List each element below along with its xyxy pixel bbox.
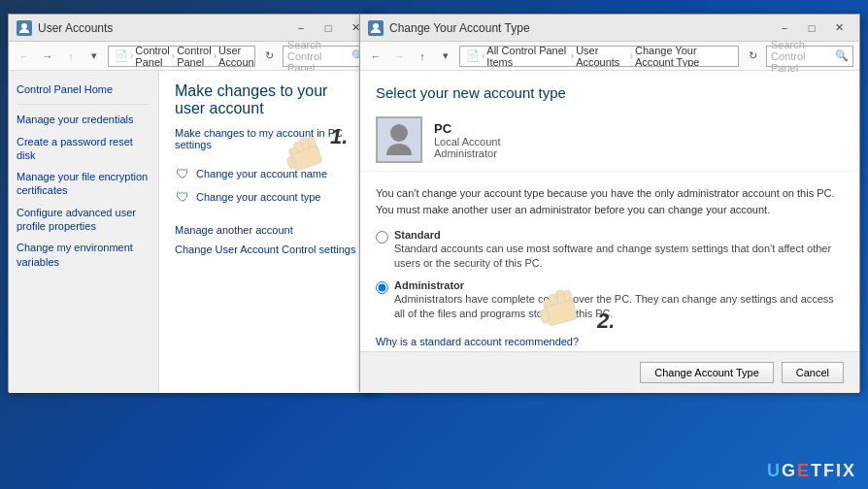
recent-btn-2[interactable]: ▾ (436, 47, 455, 66)
account-type-label: Local Account (434, 136, 501, 147)
search-box-2[interactable]: Search Control Panel 🔍 (766, 46, 853, 67)
button-row: Change Account Type Cancel (360, 351, 859, 393)
sidebar-item-encryption[interactable]: Manage your file encryption certificates (17, 170, 150, 198)
admin-radio-row: Administrator Administrators have comple… (376, 279, 844, 322)
watermark: UGETFIX (767, 461, 856, 481)
window-controls-2: − □ ✕ (772, 18, 851, 38)
address-field-1[interactable]: 📄 › Control Panel › All Control Panel It… (108, 46, 255, 67)
address-field-2[interactable]: 📄 › All Control Panel Items › User Accou… (459, 46, 739, 67)
change-name-link[interactable]: Change your account name (196, 168, 327, 179)
standard-desc: Standard accounts can use most software … (394, 242, 844, 272)
desktop: User Accounts − □ ✕ ← → ↑ ▾ 📄 › Control … (0, 0, 868, 489)
window2-content: Select your new account type PC Local Ac… (360, 71, 859, 393)
user-accounts-window: User Accounts − □ ✕ ← → ↑ ▾ 📄 › Control … (8, 14, 377, 392)
manage-another-link[interactable]: Manage another account (175, 224, 293, 236)
sidebar-item-password-disk[interactable]: Create a password reset disk (17, 135, 150, 163)
window-title-1: User Accounts (38, 21, 288, 35)
avatar (376, 116, 422, 163)
up-btn-2[interactable]: ↑ (413, 47, 432, 66)
forward-btn-2[interactable]: → (389, 47, 409, 66)
admin-label: Administrator (394, 279, 844, 291)
search-icon-2: 🔍 (835, 49, 849, 62)
standard-radio-content: Standard Standard accounts can use most … (394, 229, 844, 272)
sidebar-divider-1 (17, 104, 150, 105)
change-account-type-window: Change Your Account Type − □ ✕ ← → ↑ ▾ 📄… (359, 14, 860, 392)
account-warning: You can't change your account type becau… (360, 179, 859, 223)
panel-title-1: Make changes to your user account (175, 82, 360, 117)
pc-settings-link[interactable]: Make changes to my account in PC setting… (175, 127, 360, 150)
shield-icon-2: 🛡 (175, 189, 190, 205)
forward-btn-1[interactable]: → (38, 47, 57, 66)
account-name: PC (434, 121, 501, 136)
action-change-type: 🛡 Change your account type (175, 189, 360, 205)
standard-radio[interactable] (376, 231, 388, 244)
back-btn-1[interactable]: ← (15, 47, 34, 66)
refresh-btn-1[interactable]: ↻ (259, 47, 279, 66)
refresh-btn-2[interactable]: ↻ (743, 47, 762, 66)
shield-icon-1: 🛡 (175, 166, 190, 181)
window-icon-2 (368, 20, 384, 36)
svg-point-8 (390, 124, 408, 142)
breadcrumb-icon-1: 📄 (115, 49, 128, 62)
uac-settings-link[interactable]: Change User Account Control settings (175, 244, 356, 255)
search-placeholder-1: Search Control Panel (287, 39, 351, 74)
recent-btn-1[interactable]: ▾ (84, 47, 104, 66)
maximize-btn-1[interactable]: □ (316, 18, 341, 38)
sidebar-item-cp-home[interactable]: Control Panel Home (17, 82, 150, 96)
action-change-name: 🛡 Change your account name (175, 166, 360, 181)
change-type-link[interactable]: Change your account type (196, 191, 320, 203)
account-info-row: PC Local Account Administrator (360, 109, 859, 172)
standard-label: Standard (394, 229, 844, 241)
breadcrumb-1: 📄 › Control Panel › All Control Panel It… (115, 46, 255, 67)
standard-radio-row: Standard Standard accounts can use most … (376, 229, 844, 272)
sidebar-item-credentials[interactable]: Manage your credentials (17, 113, 150, 126)
account-role-label: Administrator (434, 147, 501, 159)
window-content-1: Control Panel Home Manage your credentia… (9, 71, 376, 393)
maximize-btn-2[interactable]: □ (799, 18, 824, 38)
main-panel-1: Make changes to your user account Make c… (159, 71, 376, 393)
account-type-title: Select your new account type (360, 71, 859, 109)
address-bar-1: ← → ↑ ▾ 📄 › Control Panel › All Control … (9, 42, 376, 71)
cancel-btn[interactable]: Cancel (782, 362, 844, 383)
radio-section: Standard Standard accounts can use most … (360, 223, 859, 336)
window-controls-1: − □ ✕ (288, 18, 368, 38)
action-uac-settings: Change User Account Control settings (175, 244, 360, 255)
svg-point-0 (21, 23, 27, 29)
up-btn-1[interactable]: ↑ (61, 47, 81, 66)
address-bar-2: ← → ↑ ▾ 📄 › All Control Panel Items › Us… (360, 42, 859, 71)
back-btn-2[interactable]: ← (366, 47, 385, 66)
close-btn-2[interactable]: ✕ (826, 18, 851, 38)
sidebar-item-env-vars[interactable]: Change my environment variables (17, 241, 150, 269)
window-title-2: Change Your Account Type (389, 21, 772, 35)
minimize-btn-1[interactable]: − (288, 18, 314, 38)
admin-radio-content: Administrator Administrators have comple… (394, 279, 844, 322)
action-manage-another: Manage another account (175, 224, 360, 236)
svg-point-7 (373, 23, 379, 29)
account-details: PC Local Account Administrator (434, 121, 501, 159)
breadcrumb-icon-2: 📄 (466, 49, 480, 62)
breadcrumb-2: 📄 › All Control Panel Items › User Accou… (466, 46, 732, 67)
why-standard-link[interactable]: Why is a standard account recommended? (360, 336, 859, 347)
search-box-1[interactable]: Search Control Panel 🔍 (283, 46, 370, 67)
admin-radio[interactable] (376, 281, 388, 294)
search-placeholder-2: Search Control Panel (771, 39, 835, 74)
change-account-type-btn[interactable]: Change Account Type (640, 362, 773, 383)
sidebar-1: Control Panel Home Manage your credentia… (9, 71, 159, 393)
window-icon-1 (17, 20, 32, 36)
minimize-btn-2[interactable]: − (772, 18, 797, 38)
sidebar-item-advanced-profile[interactable]: Configure advanced user profile properti… (17, 206, 150, 234)
admin-desc: Administrators have complete control ove… (394, 292, 844, 322)
